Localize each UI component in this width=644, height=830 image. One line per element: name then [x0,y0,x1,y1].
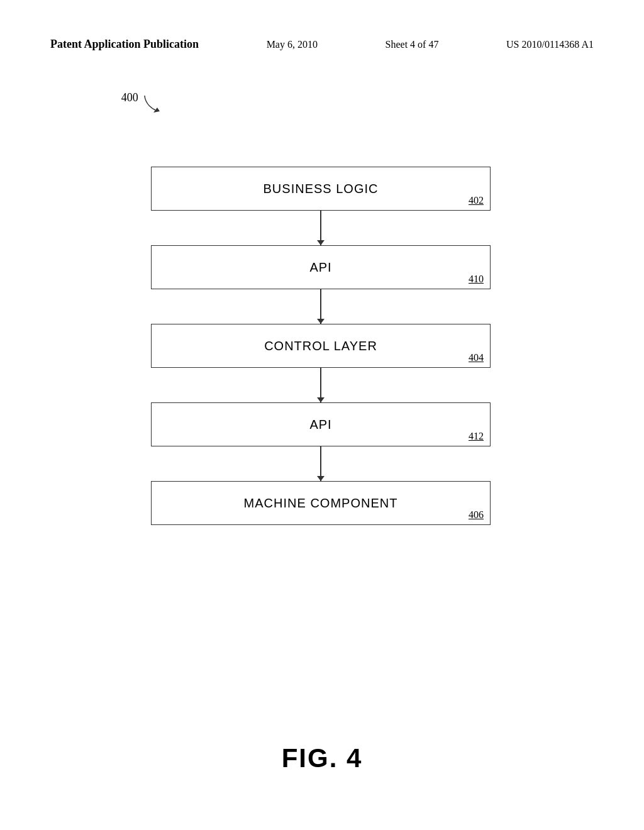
api-top-label: API [309,260,331,275]
header-sheet: Sheet 4 of 47 [386,39,439,50]
api-bottom-ref: 412 [469,431,484,442]
connector-line-2 [320,289,321,324]
business-logic-block: BUSINESS LOGIC 402 [151,167,491,211]
label-400-text: 400 [121,91,138,104]
machine-component-block: MACHINE COMPONENT 406 [151,481,491,525]
page-header: Patent Application Publication May 6, 20… [0,38,644,51]
header-date: May 6, 2010 [267,39,318,50]
figure-caption-text: FIG. 4 [282,743,363,773]
api-bottom-block: API 412 [151,402,491,446]
connector-3 [151,368,491,402]
connector-2 [151,289,491,324]
header-patent-number: US 2010/0114368 A1 [506,39,594,50]
business-logic-label: BUSINESS LOGIC [264,182,379,196]
patent-label: Patent Application Publication [50,38,199,51]
arrow-400-icon [140,92,165,118]
connector-line-3 [320,368,321,402]
machine-component-label: MACHINE COMPONENT [244,496,398,511]
patent-page: Patent Application Publication May 6, 20… [0,0,644,830]
business-logic-ref: 402 [469,195,484,206]
machine-component-ref: 406 [469,509,484,521]
connector-line-4 [320,446,321,481]
control-layer-ref: 404 [469,352,484,363]
control-layer-label: CONTROL LAYER [264,339,377,353]
figure-caption: FIG. 4 [0,743,644,773]
connector-1 [151,211,491,245]
figure-reference-400: 400 [121,91,165,118]
connector-line-1 [320,211,321,245]
connector-4 [151,446,491,481]
api-bottom-label: API [309,418,331,432]
api-top-block: API 410 [151,245,491,289]
api-top-ref: 410 [469,274,484,285]
diagram-area: BUSINESS LOGIC 402 API 410 CONTROL LAYER… [151,167,491,525]
control-layer-block: CONTROL LAYER 404 [151,324,491,368]
